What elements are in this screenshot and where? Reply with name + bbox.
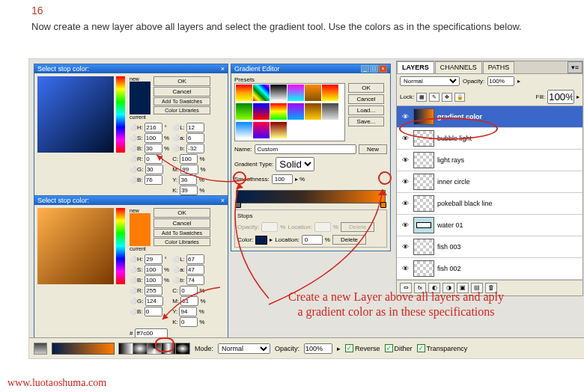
smoothness-input[interactable]	[272, 174, 293, 184]
picker2-k[interactable]	[180, 317, 198, 327]
picker2-a[interactable]	[186, 265, 204, 275]
picker1-k[interactable]	[180, 186, 198, 195]
picker2-r[interactable]	[145, 286, 162, 295]
color-libraries-button[interactable]: Color Libraries	[153, 106, 210, 114]
reverse-checkbox[interactable]: ✓	[345, 344, 353, 352]
opacity-input[interactable]	[304, 343, 332, 354]
visibility-icon[interactable]: 👁	[400, 221, 410, 229]
ok-button[interactable]: OK	[153, 76, 210, 86]
layer-row[interactable]: 👁bubble light	[397, 128, 583, 150]
gradient-type-select[interactable]: Solid	[276, 157, 314, 171]
visibility-icon[interactable]: 👁	[400, 156, 410, 164]
blend-mode-select[interactable]: Normal	[218, 343, 270, 354]
picker2-l[interactable]	[186, 254, 204, 264]
ok-button[interactable]: OK	[348, 83, 384, 93]
lock-position-icon[interactable]: ✥	[442, 93, 452, 102]
stop-color-chip[interactable]	[255, 236, 267, 245]
lock-all-icon[interactable]: 🔒	[454, 93, 465, 102]
location-input[interactable]	[302, 235, 323, 245]
gradient-bar[interactable]	[236, 190, 386, 203]
gradient-preview-dropdown[interactable]	[52, 343, 115, 355]
visibility-icon[interactable]: 👁	[400, 265, 410, 272]
layer-row[interactable]: 👁fish 003	[397, 236, 583, 258]
picker2-m[interactable]	[180, 296, 198, 306]
close-icon[interactable]: ×	[221, 65, 225, 73]
picker1-a[interactable]	[186, 133, 204, 143]
layer-thumbnail[interactable]	[413, 130, 434, 147]
layer-style-icon[interactable]: fx	[414, 283, 426, 293]
color-libraries-button[interactable]: Color Libraries	[153, 238, 210, 246]
layer-thumbnail[interactable]	[413, 217, 434, 233]
delete-button[interactable]: Delete	[332, 235, 366, 245]
picker1-h[interactable]	[145, 123, 162, 132]
ok-button[interactable]: OK	[153, 208, 210, 218]
gradient-titlebar[interactable]: Gradient Editor _ □ ×	[231, 64, 390, 73]
layer-row[interactable]: 👁light rays	[397, 150, 583, 171]
tab-channels[interactable]: CHANNELS	[435, 61, 482, 73]
picker2-titlebar[interactable]: Select stop color: ×	[34, 196, 228, 205]
add-swatches-button[interactable]: Add To Swatches	[153, 97, 210, 105]
reflected-gradient-icon[interactable]	[161, 343, 176, 355]
layer-row[interactable]: 👁gradient color	[397, 106, 583, 128]
cancel-button[interactable]: Cancel	[153, 87, 210, 97]
blend-mode-select[interactable]: Normal	[400, 76, 460, 86]
close-icon[interactable]: ×	[221, 197, 225, 204]
new-button[interactable]: New	[359, 144, 387, 154]
radial-gradient-icon[interactable]	[133, 343, 147, 355]
layer-row[interactable]: 👁pokeball black line	[397, 193, 583, 215]
layer-row[interactable]: 👁inner circle	[397, 171, 583, 193]
picker1-y[interactable]	[179, 175, 197, 185]
picker2-b[interactable]	[145, 275, 162, 285]
picker1-lb[interactable]	[186, 144, 204, 153]
close-icon[interactable]: ×	[379, 65, 387, 73]
picker1-m[interactable]	[180, 165, 198, 174]
picker1-bv[interactable]	[145, 175, 162, 185]
gradient-name-input[interactable]	[255, 144, 356, 154]
picker2-h[interactable]	[145, 254, 162, 264]
diamond-gradient-icon[interactable]	[175, 343, 190, 355]
picker1-titlebar[interactable]: Select stop color: ×	[34, 64, 228, 73]
picker2-hue-slider[interactable]	[116, 208, 125, 284]
picker2-lb[interactable]	[186, 275, 204, 285]
visibility-icon[interactable]: 👁	[400, 113, 410, 120]
layer-thumbnail[interactable]	[413, 108, 434, 125]
gradient-stop-right[interactable]	[380, 202, 386, 208]
tab-paths[interactable]: PATHS	[483, 61, 515, 73]
lock-paint-icon[interactable]: ✎	[429, 93, 439, 102]
minimize-icon[interactable]: _	[361, 65, 369, 73]
adjustment-layer-icon[interactable]: ◑	[442, 283, 454, 293]
gradient-tool-icon[interactable]	[34, 343, 47, 355]
layer-fill-input[interactable]	[547, 90, 574, 104]
picker1-r[interactable]	[145, 154, 162, 164]
layer-row[interactable]: 👁fish 002	[397, 258, 583, 280]
picker1-g[interactable]	[145, 165, 163, 174]
picker1-s[interactable]	[145, 133, 162, 143]
maximize-icon[interactable]: □	[370, 65, 378, 73]
layer-thumbnail[interactable]	[413, 195, 434, 212]
lock-transparent-icon[interactable]: ▦	[416, 93, 427, 102]
picker2-bv[interactable]	[145, 307, 162, 316]
new-layer-icon[interactable]: ▤	[471, 283, 483, 293]
layer-thumbnail[interactable]	[413, 152, 434, 168]
picker2-g[interactable]	[145, 296, 163, 306]
delete-layer-icon[interactable]: 🗑	[485, 283, 497, 293]
save-button[interactable]: Save...	[348, 117, 384, 126]
linear-gradient-icon[interactable]	[118, 343, 133, 355]
picker1-c[interactable]	[180, 154, 198, 164]
gradient-presets-list[interactable]	[234, 83, 345, 141]
picker1-color-field[interactable]	[37, 76, 114, 153]
layer-thumbnail[interactable]	[413, 260, 434, 277]
layer-opacity-input[interactable]	[487, 76, 514, 86]
picker1-l[interactable]	[186, 123, 204, 132]
angle-gradient-icon[interactable]	[147, 343, 162, 355]
gradient-stop-left[interactable]	[235, 202, 241, 208]
layer-thumbnail[interactable]	[413, 239, 434, 255]
link-layers-icon[interactable]: ⇔	[400, 283, 412, 293]
layer-group-icon[interactable]: ▣	[457, 283, 469, 293]
layer-mask-icon[interactable]: ◐	[428, 283, 440, 293]
picker2-color-field[interactable]	[37, 208, 114, 284]
visibility-icon[interactable]: 👁	[400, 178, 410, 186]
visibility-icon[interactable]: 👁	[400, 135, 410, 142]
add-swatches-button[interactable]: Add To Swatches	[153, 229, 210, 237]
picker1-hue-slider[interactable]	[116, 76, 125, 153]
